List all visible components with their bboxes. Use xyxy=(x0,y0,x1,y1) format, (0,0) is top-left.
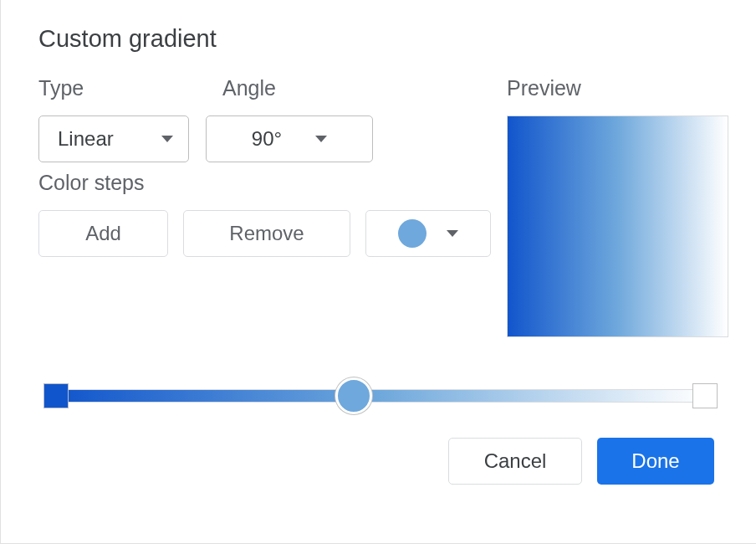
color-steps-label: Color steps xyxy=(38,171,507,195)
caret-down-icon xyxy=(447,230,458,237)
cancel-button[interactable]: Cancel xyxy=(448,438,582,485)
done-button[interactable]: Done xyxy=(597,438,714,485)
angle-select-value: 90° xyxy=(252,127,282,151)
angle-label: Angle xyxy=(222,76,390,100)
dialog-footer: Cancel Done xyxy=(38,438,723,485)
slider-track xyxy=(56,389,705,403)
color-swatch-icon xyxy=(398,219,427,248)
preview-column: Preview xyxy=(507,76,728,337)
type-select-value: Linear xyxy=(58,127,114,151)
preview-label: Preview xyxy=(507,76,728,100)
gradient-stop-selected[interactable] xyxy=(335,377,372,414)
gradient-stop-end[interactable] xyxy=(692,383,718,408)
caret-down-icon xyxy=(315,136,327,142)
type-select[interactable]: Linear xyxy=(38,115,189,162)
add-button[interactable]: Add xyxy=(38,210,168,257)
gradient-stop-start[interactable] xyxy=(43,383,69,408)
angle-select[interactable]: 90° xyxy=(206,115,373,162)
main-row: Type Angle Linear 90° Color steps Add Re… xyxy=(38,76,723,337)
color-swatch-select[interactable] xyxy=(365,210,491,257)
select-row: Linear 90° xyxy=(38,115,507,162)
color-steps-button-row: Add Remove xyxy=(38,210,507,257)
remove-button[interactable]: Remove xyxy=(183,210,350,257)
caret-down-icon xyxy=(161,136,173,142)
gradient-preview xyxy=(507,115,728,337)
type-label: Type xyxy=(38,76,197,100)
gradient-slider[interactable] xyxy=(46,379,715,413)
label-row: Type Angle xyxy=(38,76,507,100)
controls-column: Type Angle Linear 90° Color steps Add Re… xyxy=(38,76,507,257)
dialog-title: Custom gradient xyxy=(38,25,723,53)
slider-track-fill xyxy=(57,390,704,402)
